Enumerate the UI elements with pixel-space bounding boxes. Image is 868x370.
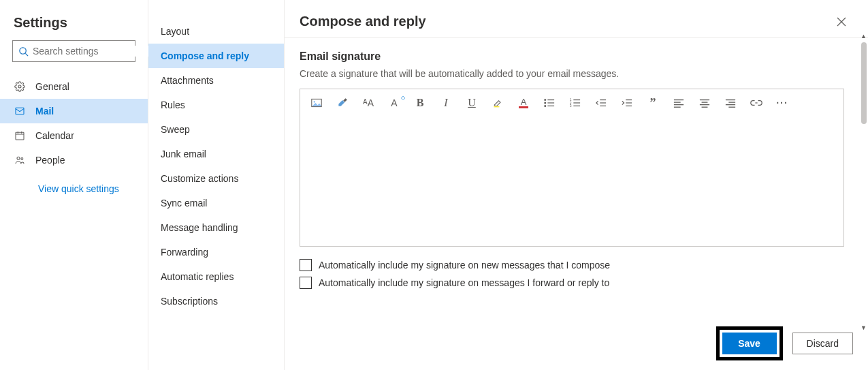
italic-icon[interactable]: I xyxy=(439,96,453,110)
nav-general[interactable]: General xyxy=(0,74,148,99)
calendar-icon xyxy=(14,130,26,141)
nav-label: Mail xyxy=(35,106,54,117)
scrollbar[interactable]: ▲ ▼ xyxy=(860,42,868,322)
checkbox-label: Automatically include my signature on me… xyxy=(319,277,609,288)
editor-toolbar: AA A◇ B I U A 123 ” ··· xyxy=(300,89,843,117)
settings-title: Settings xyxy=(0,12,148,40)
view-quick-settings-link[interactable]: View quick settings xyxy=(0,172,148,194)
search-box[interactable] xyxy=(12,40,135,62)
discard-button[interactable]: Discard xyxy=(792,333,853,354)
insert-link-icon[interactable] xyxy=(750,96,763,110)
nav-mail[interactable]: Mail xyxy=(0,99,148,123)
checkbox-include-reply[interactable]: Automatically include my signature on me… xyxy=(300,277,848,289)
insert-image-icon[interactable] xyxy=(310,96,323,110)
scroll-up-icon[interactable]: ▲ xyxy=(861,33,867,40)
svg-rect-3 xyxy=(16,108,24,114)
nav-label: People xyxy=(35,155,65,166)
svg-point-20 xyxy=(545,102,546,104)
gear-icon xyxy=(14,81,26,92)
signature-textarea[interactable] xyxy=(300,117,843,246)
signature-options: Automatically include my signature on ne… xyxy=(300,259,848,289)
people-icon xyxy=(14,155,26,166)
more-options-icon[interactable]: ··· xyxy=(775,96,789,110)
font-color-icon[interactable]: A xyxy=(517,96,530,110)
align-left-icon[interactable] xyxy=(672,96,686,110)
underline-icon[interactable]: U xyxy=(465,96,479,110)
outdent-icon[interactable] xyxy=(594,96,608,110)
svg-point-0 xyxy=(20,47,26,53)
page-title: Compose and reply xyxy=(300,14,426,29)
subnav-junk-email[interactable]: Junk email xyxy=(148,142,284,166)
svg-point-10 xyxy=(17,157,20,159)
subnav-compose-and-reply[interactable]: Compose and reply xyxy=(148,44,284,68)
nav-calendar[interactable]: Calendar xyxy=(0,123,148,148)
bullet-list-icon[interactable] xyxy=(543,96,556,110)
checkbox-box[interactable] xyxy=(300,277,312,289)
subnav-forwarding[interactable]: Forwarding xyxy=(148,240,284,264)
nav-list: General Mail Calendar People xyxy=(0,74,148,172)
subnav-sweep[interactable]: Sweep xyxy=(148,117,284,142)
svg-rect-4 xyxy=(16,132,24,140)
indent-icon[interactable] xyxy=(620,96,634,110)
svg-rect-16 xyxy=(343,98,347,102)
subnav-sync-email[interactable]: Sync email xyxy=(148,191,284,215)
svg-point-2 xyxy=(18,85,21,88)
font-size-icon[interactable]: A◇ xyxy=(387,96,401,110)
main-header: Compose and reply xyxy=(285,0,868,38)
scroll-down-icon[interactable]: ▼ xyxy=(861,324,867,331)
format-painter-icon[interactable] xyxy=(336,96,349,110)
settings-sidebar: Settings General Mail Calendar xyxy=(0,0,148,370)
svg-point-22 xyxy=(545,106,546,107)
search-wrap xyxy=(0,40,148,70)
align-right-icon[interactable] xyxy=(724,96,737,110)
subnav-subscriptions[interactable]: Subscriptions xyxy=(148,289,284,313)
align-center-icon[interactable] xyxy=(698,96,711,110)
main-body: Email signature Create a signature that … xyxy=(285,38,868,316)
footer: Save Discard xyxy=(285,316,868,370)
quote-icon[interactable]: ” xyxy=(646,96,660,110)
svg-text:3: 3 xyxy=(570,104,572,108)
nav-people[interactable]: People xyxy=(0,148,148,172)
svg-line-1 xyxy=(25,53,28,56)
checkbox-label: Automatically include my signature on ne… xyxy=(319,260,610,271)
font-family-icon[interactable]: AA xyxy=(361,96,375,110)
save-button[interactable]: Save xyxy=(722,333,777,354)
close-button[interactable] xyxy=(834,14,849,29)
subnav-rules[interactable]: Rules xyxy=(148,93,284,117)
signature-editor: AA A◇ B I U A 123 ” ··· xyxy=(300,89,844,247)
main-pane: Compose and reply Email signature Create… xyxy=(285,0,868,370)
checkbox-box[interactable] xyxy=(300,259,312,271)
subnav-attachments[interactable]: Attachments xyxy=(148,68,284,93)
scrollbar-thumb[interactable] xyxy=(861,42,867,124)
nav-label: General xyxy=(35,81,69,92)
save-highlight-box: Save xyxy=(716,326,783,360)
mail-subnav: Layout Compose and reply Attachments Rul… xyxy=(148,0,285,370)
subnav-automatic-replies[interactable]: Automatic replies xyxy=(148,264,284,289)
svg-point-11 xyxy=(21,158,23,160)
svg-rect-17 xyxy=(494,106,499,108)
nav-label: Calendar xyxy=(35,130,74,141)
section-title: Email signature xyxy=(300,50,848,63)
subnav-layout[interactable]: Layout xyxy=(148,19,284,44)
svg-point-18 xyxy=(545,99,546,101)
svg-point-15 xyxy=(314,101,315,102)
subnav-message-handling[interactable]: Message handling xyxy=(148,215,284,240)
numbered-list-icon[interactable]: 123 xyxy=(568,96,582,110)
subnav-customize-actions[interactable]: Customize actions xyxy=(148,166,284,191)
search-icon xyxy=(18,46,29,57)
mail-icon xyxy=(14,106,26,117)
checkbox-include-new[interactable]: Automatically include my signature on ne… xyxy=(300,259,848,271)
search-input[interactable] xyxy=(33,46,152,57)
bold-icon[interactable]: B xyxy=(413,96,427,110)
section-desc: Create a signature that will be automati… xyxy=(300,68,848,79)
highlight-icon[interactable] xyxy=(491,96,504,110)
